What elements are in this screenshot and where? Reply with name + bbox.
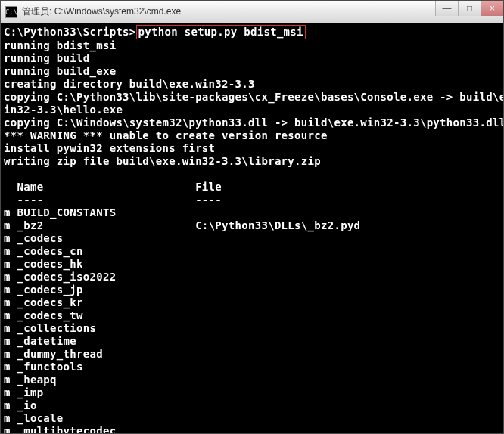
cmd-window: C:\ 管理员: C:\Windows\system32\cmd.exe — □… — [0, 0, 504, 434]
module-row: m _heapq — [4, 374, 500, 386]
prompt-text: C:\Python33\Scripts> — [4, 26, 136, 38]
window-title: 管理员: C:\Windows\system32\cmd.exe — [22, 5, 503, 18]
output-line: creating directory build\exe.win32-3.3 — [4, 78, 500, 91]
command-text: python setup.py bdist_msi — [138, 26, 303, 38]
module-row: m _collections — [4, 322, 500, 335]
module-row: m _codecs_tw — [4, 309, 500, 322]
output-line: running build — [4, 52, 500, 65]
module-row: m _codecs_jp — [4, 284, 500, 296]
output-line: install pywin32 extensions first — [4, 142, 500, 155]
module-row: m _codecs — [4, 232, 500, 245]
blank-line — [4, 168, 500, 181]
module-row: m _imp — [4, 386, 500, 399]
close-button[interactable]: × — [481, 1, 503, 16]
output-line: running bdist_msi — [4, 39, 500, 52]
cmd-icon: C:\ — [5, 6, 17, 18]
module-row: m _codecs_iso2022 — [4, 271, 500, 284]
module-row: m _codecs_kr — [4, 296, 500, 309]
output-line: copying C:\Windows\system32\python33.dll… — [4, 116, 500, 129]
module-row: m _locale — [4, 412, 500, 425]
module-row: m _functools — [4, 361, 500, 374]
maximize-button[interactable]: □ — [458, 1, 481, 16]
module-header-underline: ---- ---- — [4, 194, 500, 206]
module-row: m BUILD_CONSTANTS — [4, 206, 500, 219]
output-line: writing zip file build\exe.win32-3.3\lib… — [4, 155, 500, 168]
module-row: m _dummy_thread — [4, 348, 500, 361]
titlebar[interactable]: C:\ 管理员: C:\Windows\system32\cmd.exe — □… — [1, 1, 503, 23]
module-header: Name File — [4, 181, 500, 194]
module-row: m _codecs_cn — [4, 245, 500, 258]
output-line: running build_exe — [4, 65, 500, 78]
module-row: m _codecs_hk — [4, 258, 500, 271]
module-row: m _datetime — [4, 335, 500, 348]
command-line: C:\Python33\Scripts>python setup.py bdis… — [4, 25, 500, 39]
module-row: m _bz2 C:\Python33\DLLs\_bz2.pyd — [4, 219, 500, 232]
output-line: in32-3.3\hello.exe — [4, 104, 500, 116]
minimize-button[interactable]: — — [435, 1, 458, 16]
window-controls: — □ × — [435, 1, 503, 16]
module-row: m _multibytecodec — [4, 425, 500, 433]
module-row: m _io — [4, 399, 500, 412]
output-line: copying C:\Python33\lib\site-packages\cx… — [4, 91, 500, 104]
command-highlight: python setup.py bdist_msi — [136, 25, 306, 39]
output-line: *** WARNING *** unable to create version… — [4, 129, 500, 142]
terminal-area[interactable]: C:\Python33\Scripts>python setup.py bdis… — [1, 23, 503, 433]
